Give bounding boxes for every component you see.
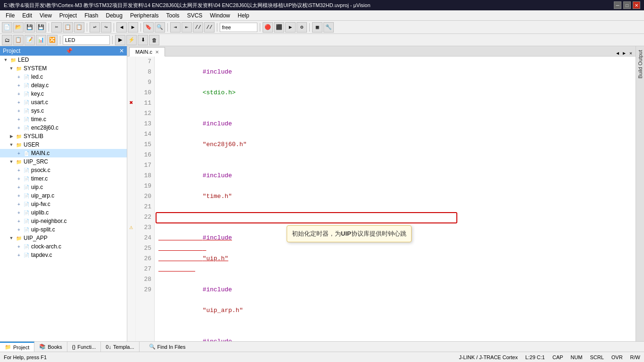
menu-flash[interactable]: Flash: [81, 11, 102, 20]
sidebar-pin-btn[interactable]: 📌: [66, 48, 73, 54]
tab-books[interactable]: 📚 Books: [34, 342, 67, 352]
tools-btn[interactable]: 🔧: [323, 22, 334, 33]
settings-btn[interactable]: ⚙: [297, 22, 307, 33]
tb2-btn2[interactable]: 📋: [13, 35, 24, 45]
close-button[interactable]: ✕: [633, 1, 640, 9]
tree-item-uipfwc[interactable]: + 📄 uip-fw.c: [0, 200, 127, 208]
kw-include-7: #include: [203, 68, 232, 75]
menu-window[interactable]: Window: [206, 11, 234, 20]
display-btn[interactable]: ▦: [312, 22, 322, 33]
tab-nav-right[interactable]: ▶: [621, 50, 627, 56]
tree-item-system[interactable]: ▼ 📁 SYSTEM: [0, 64, 127, 73]
save-all-btn[interactable]: 💾: [36, 22, 46, 33]
tree-item-uiplibc[interactable]: + 📄 uiplib.c: [0, 208, 127, 217]
tree-item-psockc[interactable]: + 📄 psock.c: [0, 166, 127, 174]
tree-item-uipsplitc[interactable]: + 📄 uip-split.c: [0, 225, 127, 234]
find-in-files-btn[interactable]: 🔍 Find In Files: [144, 343, 190, 351]
new-btn[interactable]: 📄: [2, 22, 12, 33]
ln-11: 11: [139, 98, 151, 108]
file-icon-uipneighborc: 📄: [23, 217, 30, 225]
tree-item-sysc[interactable]: + 📄 sys.c: [0, 107, 127, 115]
tab-project[interactable]: 📁 Project: [0, 342, 34, 352]
proj-btn[interactable]: 🗂: [2, 35, 12, 45]
menu-project[interactable]: Project: [56, 11, 81, 20]
menu-view[interactable]: View: [36, 11, 56, 20]
build-btn[interactable]: ▶: [115, 35, 125, 45]
tree-item-mainc[interactable]: + 📄 MAIN.c: [0, 149, 127, 157]
menu-file[interactable]: File: [2, 11, 18, 20]
tab-close-mainc[interactable]: ✕: [155, 49, 159, 55]
menu-debug[interactable]: Debug: [102, 11, 126, 20]
tb2-btn4[interactable]: 📊: [36, 35, 46, 45]
minimize-button[interactable]: ─: [614, 1, 621, 9]
tree-item-syslib[interactable]: ▶ 📁 SYSLIB: [0, 132, 127, 140]
bookmark-btn[interactable]: 🔖: [143, 22, 154, 33]
tree-item-usartc[interactable]: + 📄 usart.c: [0, 98, 127, 107]
tab-templates[interactable]: 0↓ Templa...: [101, 342, 139, 352]
tree-item-enc28c[interactable]: + 📄 enc28j60.c: [0, 123, 127, 132]
string-9: "time.h": [203, 193, 232, 200]
tree-item-keyc[interactable]: + 📄 key.c: [0, 90, 127, 98]
open-btn[interactable]: 📂: [13, 22, 24, 33]
file-icon-uipneighbor-expand: +: [15, 217, 23, 225]
save-btn[interactable]: 💾: [25, 22, 35, 33]
file-icon-psock-expand: +: [15, 166, 23, 174]
cut-btn[interactable]: ✂: [51, 22, 62, 33]
compile-btn[interactable]: ⚡: [126, 35, 137, 45]
code-text[interactable]: #include <stdio.h> #include "enc28j60.h"…: [155, 57, 636, 341]
tree-item-uipc[interactable]: + 📄 uip.c: [0, 183, 127, 191]
debug-btn[interactable]: 🔴: [263, 22, 273, 33]
menu-edit[interactable]: Edit: [18, 11, 36, 20]
tree-item-uipsrc[interactable]: ▼ 📁 UIP_SRC: [0, 157, 127, 166]
maximize-button[interactable]: □: [623, 1, 631, 9]
menu-tools[interactable]: Tools: [163, 11, 183, 20]
redo-btn[interactable]: ↪: [101, 22, 111, 33]
folder-icon-uipapp: 📁: [15, 234, 23, 242]
tree-item-ledc[interactable]: + 📄 led.c: [0, 73, 127, 81]
tab-nav-close[interactable]: ✕: [628, 50, 634, 56]
tab-functions-label: Functi...: [77, 344, 96, 350]
tree-item-user[interactable]: ▼ 📁 USER: [0, 140, 127, 149]
paste-btn[interactable]: 📋: [74, 22, 84, 33]
target-input[interactable]: [63, 35, 110, 45]
tree-item-tapdevc[interactable]: + 📄 tapdev.c: [0, 251, 127, 259]
tab-label-mainc: MAIN.c: [135, 49, 152, 55]
load-btn[interactable]: ⬇: [138, 35, 148, 45]
run-btn[interactable]: ▶: [285, 22, 296, 33]
tree-item-timerc[interactable]: + 📄 timer.c: [0, 174, 127, 183]
tree-item-uipneighborc[interactable]: + 📄 uip-neighbor.c: [0, 217, 127, 225]
clean-btn[interactable]: 🗑: [149, 35, 159, 45]
tb2-btn5[interactable]: 🔀: [47, 35, 58, 45]
menu-help[interactable]: Help: [234, 11, 253, 20]
tab-nav-left[interactable]: ◀: [615, 50, 620, 56]
tab-mainc[interactable]: MAIN.c ✕: [129, 47, 165, 57]
uncomment-btn[interactable]: //: [204, 22, 215, 33]
code-line-8: #include "enc28j60.h": [158, 108, 632, 160]
comment-btn[interactable]: //: [193, 22, 203, 33]
find-btn[interactable]: 🔍: [155, 22, 165, 33]
tree-item-led[interactable]: ▼ 📁 LED: [0, 56, 127, 64]
nav-back-btn[interactable]: ◀: [116, 22, 127, 33]
tree-item-uipapp[interactable]: ▼ 📁 UIP_APP: [0, 234, 127, 242]
stop-btn[interactable]: ⬛: [274, 22, 284, 33]
sidebar-tree: ▼ 📁 LED ▼ 📁 SYSTEM + 📄 led.c + 📄: [0, 56, 127, 341]
tab-functions[interactable]: {} Functi...: [67, 342, 101, 352]
indent-btn[interactable]: ⇥: [170, 22, 181, 33]
search-input[interactable]: [220, 23, 257, 32]
line-numbers: 7 8 9 10 11 12 13 14 15 16 17 18 19 20 2…: [136, 57, 155, 341]
sidebar-close-btn[interactable]: ✕: [119, 48, 124, 54]
copy-btn[interactable]: 📋: [63, 22, 73, 33]
menu-peripherals[interactable]: Peripherals: [126, 11, 163, 20]
tb2-btn3[interactable]: 📝: [25, 35, 35, 45]
nav-fwd-btn[interactable]: ▶: [128, 22, 138, 33]
build-output-tab[interactable]: Build Output: [636, 46, 644, 82]
menu-svcs[interactable]: SVCS: [183, 11, 206, 20]
tree-item-delayc[interactable]: + 📄 delay.c: [0, 81, 127, 90]
code-editor[interactable]: ✖ ⚠: [127, 57, 636, 341]
tree-item-timec[interactable]: + 📄 time.c: [0, 115, 127, 123]
tree-item-uiparpc[interactable]: + 📄 uip_arp.c: [0, 191, 127, 200]
undo-btn[interactable]: ↩: [90, 22, 100, 33]
unindent-btn[interactable]: ⇤: [182, 22, 192, 33]
tree-item-clockarchc[interactable]: + 📄 clock-arch.c: [0, 242, 127, 251]
code-space-7: [203, 79, 206, 86]
